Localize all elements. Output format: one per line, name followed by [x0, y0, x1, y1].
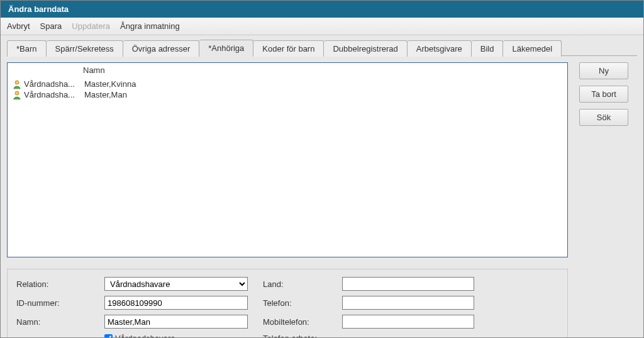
menu-avbryt[interactable]: Avbryt: [7, 21, 30, 31]
tab-sparr-sekretess[interactable]: Spärr/Sekretess: [47, 40, 123, 57]
namn-field[interactable]: [104, 315, 248, 329]
id-nummer-field[interactable]: [104, 296, 248, 310]
list-col2-header: Namn: [83, 65, 562, 75]
list-item[interactable]: Vårdnadsha... Master,Kvinna: [8, 79, 567, 89]
list-item-name: Master,Man: [84, 90, 562, 99]
person-icon: [13, 91, 21, 99]
relatives-list[interactable]: Namn Vårdnadsha... Master,Kvinna Vårdn: [7, 62, 568, 257]
tab-lakemedel[interactable]: Läkemedel: [503, 40, 562, 57]
tab-row: *Barn Spärr/Sekretess Övriga adresser *A…: [7, 39, 637, 56]
tab-barn[interactable]: *Barn: [7, 40, 47, 57]
menu-spara[interactable]: Spara: [40, 21, 62, 31]
tab-koder-for-barn[interactable]: Koder för barn: [253, 40, 324, 57]
list-item-relation: Vårdnadsha...: [24, 79, 84, 89]
window-title: Ändra barndata: [8, 4, 69, 14]
list-header: Namn: [8, 63, 567, 79]
svg-point-0: [15, 81, 19, 84]
person-icon: [13, 80, 21, 89]
land-label: Land:: [263, 279, 342, 289]
tab-ovriga-adresser[interactable]: Övriga adresser: [123, 40, 199, 57]
list-item-name: Master,Kvinna: [84, 79, 562, 89]
tab-bild[interactable]: Bild: [472, 40, 504, 57]
action-column: Ny Ta bort Sök: [579, 62, 628, 126]
svg-point-1: [15, 91, 19, 95]
telefon-field[interactable]: [342, 296, 474, 310]
ny-button[interactable]: Ny: [579, 62, 628, 79]
vardnadshavare-checkbox-row[interactable]: Vårdnadshavare: [104, 334, 248, 338]
namn-label: Namn:: [16, 317, 104, 327]
tab-dubbelregistrerad[interactable]: Dubbelregistrerad: [324, 40, 407, 57]
tab-arbetsgivare[interactable]: Arbetsgivare: [408, 40, 472, 57]
menu-bar: Avbryt Spara Uppdatera Ångra inmatning: [1, 18, 643, 35]
tab-anhoriga[interactable]: *Anhöriga: [199, 40, 253, 57]
vardnadshavare-checkbox-label: Vårdnadshavare: [115, 334, 175, 338]
detail-form: Relation: Vårdnadshavare Land: ID-nummer…: [7, 269, 568, 338]
relation-select[interactable]: Vårdnadshavare: [104, 277, 248, 291]
mobiltelefon-label: Mobiltelefon:: [263, 317, 342, 327]
mobiltelefon-field[interactable]: [342, 315, 474, 329]
content-area: *Barn Spärr/Sekretess Övriga adresser *A…: [1, 35, 643, 338]
telefon-label: Telefon:: [263, 298, 342, 308]
sok-button[interactable]: Sök: [579, 109, 628, 126]
list-col1-header: [13, 65, 83, 75]
menu-angra-inmatning[interactable]: Ångra inmatning: [120, 21, 180, 31]
telefon-arbete-label: Telefon arbete:: [263, 334, 342, 338]
tab-body-anhoriga: Namn Vårdnadsha... Master,Kvinna Vårdn: [7, 55, 637, 338]
window-title-bar: Ändra barndata: [1, 1, 643, 18]
menu-uppdatera: Uppdatera: [72, 21, 110, 31]
land-field[interactable]: [342, 277, 474, 291]
ta-bort-button[interactable]: Ta bort: [579, 86, 628, 103]
id-nummer-label: ID-nummer:: [16, 298, 104, 308]
list-item-relation: Vårdnadsha...: [24, 90, 84, 99]
vardnadshavare-checkbox[interactable]: [104, 334, 113, 339]
list-item[interactable]: Vårdnadsha... Master,Man: [8, 89, 567, 100]
relation-label: Relation:: [16, 279, 104, 289]
